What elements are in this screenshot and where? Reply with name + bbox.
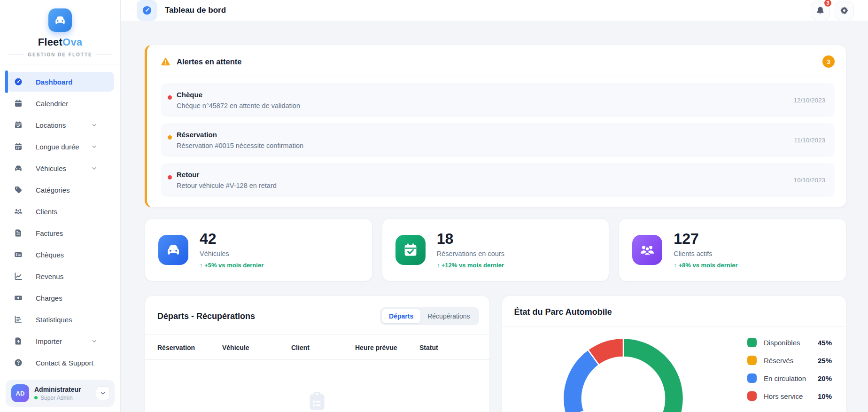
sidebar-item-cheques[interactable]: Chèques — [6, 245, 114, 264]
chart-bar-icon — [14, 315, 23, 324]
alert-status-dot — [168, 135, 172, 140]
user-menu-button[interactable] — [96, 386, 110, 400]
car-icon — [166, 242, 181, 257]
alert-date: 12/10/2023 — [793, 97, 825, 104]
tab-recuperations[interactable]: Récupérations — [420, 309, 477, 323]
sidebar-item-revenus[interactable]: Revenus — [6, 266, 114, 286]
tab-departs[interactable]: Départs — [382, 309, 420, 323]
stat-icon-tile — [395, 235, 426, 265]
alert-title: Réservation — [177, 131, 303, 139]
warning-triangle-icon — [161, 57, 170, 67]
brand-block: FleetOva GESTION DE FLOTTE — [0, 0, 120, 64]
stat-trend: ↑ +5% vs mois dernier — [200, 262, 264, 269]
page-title: Tableau de bord — [165, 6, 226, 15]
calendar-days-icon — [14, 142, 23, 151]
chevron-down-icon — [91, 144, 97, 150]
sidebar-item-calendrier[interactable]: Calendrier — [6, 93, 114, 113]
sidebar-item-vehicules[interactable]: Véhicules — [6, 158, 114, 178]
sidebar-item-longue-duree[interactable]: Longue durée — [6, 137, 114, 156]
stat-trend: ↑ +12% vs mois dernier — [437, 262, 504, 269]
legend-item-reserves: Réservés 25% — [747, 355, 832, 366]
chart-line-icon — [14, 272, 23, 280]
stat-value: 18 — [437, 231, 504, 246]
file-invoice-icon — [14, 229, 23, 237]
column-vehicule: Véhicule — [222, 344, 291, 351]
settings-button[interactable] — [835, 1, 854, 20]
stats-row: 42 Véhicules ↑ +5% vs mois dernier 18 Ré… — [145, 218, 846, 281]
departures-title: Départs - Récupérations — [157, 311, 255, 321]
alert-date: 10/10/2023 — [793, 177, 825, 184]
legend-item-disponibles: Disponibles 45% — [747, 337, 832, 348]
alert-texts: Chèque Chèque n°45872 en attente de vali… — [177, 91, 300, 109]
donut-segment-2[interactable] — [563, 350, 599, 412]
alert-status-dot — [168, 175, 172, 179]
departures-header: Départs - Récupérations Départs Récupéra… — [145, 296, 489, 334]
user-meta: Administrateur Super Admin — [34, 386, 96, 401]
alert-row[interactable]: Chèque Chèque n°45872 en attente de vali… — [161, 83, 835, 117]
sidebar: FleetOva GESTION DE FLOTTE Dashboard Cal… — [0, 0, 121, 412]
fleet-status-title: État du Parc Automobile — [514, 307, 612, 317]
sidebar-item-clients[interactable]: Clients — [6, 202, 114, 221]
sidebar-nav: Dashboard Calendrier Locations Longue du… — [0, 64, 120, 375]
stat-value: 42 — [200, 231, 264, 246]
bell-icon — [816, 6, 825, 15]
user-card[interactable]: AD Administrateur Super Admin — [6, 380, 115, 407]
car-icon — [14, 164, 23, 172]
fleet-status-header: État du Parc Automobile — [502, 296, 846, 326]
legend-swatch — [747, 373, 757, 383]
alert-texts: Retour Retour véhicule #V-128 en retard — [177, 171, 277, 189]
alert-description: Chèque n°45872 en attente de validation — [177, 102, 300, 109]
stat-icon-tile — [632, 235, 662, 265]
alert-title: Retour — [177, 171, 277, 179]
alerts-title: Alertes en attente — [177, 57, 241, 66]
sidebar-item-locations[interactable]: Locations — [6, 115, 114, 135]
donut-segment-0[interactable] — [623, 338, 683, 412]
departures-tabs: Départs Récupérations — [380, 307, 479, 325]
users-icon — [14, 207, 23, 216]
sidebar-item-charges[interactable]: Charges — [6, 288, 114, 308]
column-heure-prevue: Heure prévue — [355, 344, 419, 351]
brand-logo — [48, 8, 72, 32]
alert-row[interactable]: Réservation Réservation #0015 nécessite … — [161, 123, 835, 157]
legend-item-en-circulation: En circulation 20% — [747, 373, 832, 384]
calendar-check-icon — [14, 121, 23, 129]
sidebar-item-factures[interactable]: Factures — [6, 223, 114, 243]
alert-description: Réservation #0015 nécessite confirmation — [177, 142, 303, 149]
sidebar-item-dashboard[interactable]: Dashboard — [6, 72, 114, 92]
alert-description: Retour véhicule #V-128 en retard — [177, 182, 277, 189]
notifications-button[interactable]: 3 — [811, 1, 830, 20]
stat-label: Véhicules — [200, 250, 264, 257]
departures-table-header: Réservation Véhicule Client Heure prévue… — [145, 334, 489, 360]
legend-swatch — [747, 338, 757, 347]
alerts-card: Alertes en attente 3 Chèque Chèque n°458… — [145, 45, 846, 208]
calendar-check-icon — [403, 242, 418, 257]
car-icon — [54, 14, 66, 26]
page-body: Alertes en attente 3 Chèque Chèque n°458… — [121, 21, 868, 412]
stat-label: Réservations en cours — [437, 250, 504, 257]
tags-icon — [14, 186, 23, 194]
column-reservation: Réservation — [157, 344, 222, 351]
alert-date: 11/10/2023 — [794, 137, 825, 144]
stat-card-clients: 127 Clients actifs ↑ +8% vs mois dernier — [619, 218, 846, 281]
stat-trend: ↑ +8% vs mois dernier — [674, 262, 737, 269]
avatar: AD — [11, 384, 29, 402]
main-content: Tableau de bord 3 Alertes en attente 3 C… — [121, 0, 868, 412]
sidebar-item-categories[interactable]: Catégories — [6, 180, 114, 200]
legend-swatch — [747, 391, 757, 401]
chevron-down-icon — [91, 338, 97, 344]
legend-item-hors-service: Hors service 10% — [747, 390, 832, 402]
topbar-actions: 3 — [811, 1, 854, 20]
stat-label: Clients actifs — [674, 250, 737, 257]
file-import-icon — [14, 337, 23, 345]
sidebar-item-importer[interactable]: Importer — [6, 331, 114, 351]
chevron-down-icon — [100, 390, 106, 396]
alerts-header: Alertes en attente 3 — [161, 45, 835, 76]
sidebar-item-statistiques[interactable]: Statistiques — [6, 310, 114, 329]
fleet-status-legend: Disponibles 45% Réservés 25% En circulat… — [747, 337, 832, 408]
gauge-icon — [142, 5, 152, 16]
alert-row[interactable]: Retour Retour véhicule #V-128 en retard … — [161, 163, 835, 197]
alert-title: Chèque — [177, 91, 300, 99]
gauge-icon — [14, 78, 23, 86]
sidebar-item-contact-support[interactable]: Contact & Support — [6, 353, 114, 373]
departures-panel: Départs - Récupérations Départs Récupéra… — [145, 295, 490, 412]
